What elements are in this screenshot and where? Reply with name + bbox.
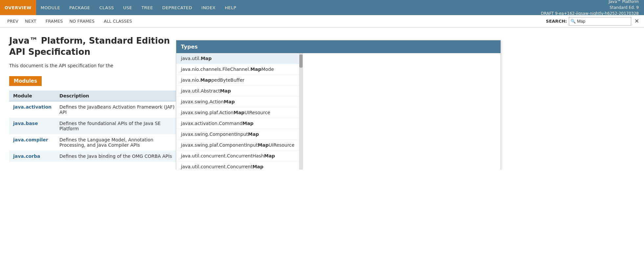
module-link[interactable]: java.corba (13, 154, 40, 159)
module-description: Defines the JavaBeans Activation Framewo… (55, 101, 180, 118)
nav-module[interactable]: MODULE (36, 0, 65, 15)
top-navigation: OVERVIEW MODULE PACKAGE CLASS USE TREE D… (0, 0, 644, 15)
main-content: Java™ Platform, Standard EditionAPI Spec… (0, 28, 644, 170)
search-label: SEARCH: (546, 19, 567, 24)
autocomplete-match: Map (220, 88, 231, 94)
autocomplete-item[interactable]: java.nio.channels.FileChannel.MapMode (176, 64, 299, 75)
autocomplete-suffix: Mode (261, 67, 274, 72)
autocomplete-prefix: java.util.Abstract (181, 88, 220, 94)
page-description: This document is the API specification f… (9, 63, 180, 68)
autocomplete-header: Types (176, 40, 501, 53)
next-link[interactable]: NEXT (22, 19, 40, 24)
module-link[interactable]: java.compiler (13, 137, 48, 142)
modules-table: Module Description java.activationDefine… (9, 91, 180, 162)
autocomplete-match: Map (201, 56, 211, 61)
autocomplete-item[interactable]: java.util.concurrent.ConcurrentHashMap (176, 151, 299, 161)
autocomplete-item[interactable]: java.util.concurrent.ConcurrentMap (176, 161, 299, 170)
scrollbar-track[interactable] (299, 53, 303, 170)
nav-deprecated[interactable]: DEPRECATED (158, 0, 197, 15)
autocomplete-item[interactable]: javax.swing.ComponentInputMap (176, 129, 299, 140)
page-title: Java™ Platform, Standard EditionAPI Spec… (9, 35, 180, 58)
modules-heading: Modules (9, 76, 42, 86)
prev-link[interactable]: PREV (4, 19, 22, 24)
table-row: java.baseDefines the foundational APIs o… (9, 118, 180, 134)
nav-class[interactable]: CLASS (95, 0, 119, 15)
autocomplete-suffix: UIResource (245, 110, 270, 115)
version-info-area: Java™ Platform Standard Ed. 9 DRAFT 9-ea… (541, 0, 644, 15)
table-row: java.corbaDefines the Java binding of th… (9, 151, 180, 162)
col-description: Description (55, 91, 180, 101)
search-input[interactable] (577, 19, 630, 24)
autocomplete-match: Map (250, 67, 261, 72)
autocomplete-match: Map (233, 110, 244, 115)
nav-tree[interactable]: TREE (137, 0, 158, 15)
nav-index[interactable]: INDEX (197, 0, 220, 15)
scrollbar-thumb[interactable] (299, 54, 303, 68)
autocomplete-item[interactable]: javax.swing.ActionMap (176, 96, 299, 107)
autocomplete-match: Map (248, 132, 259, 137)
table-header-row: Module Description (9, 91, 180, 101)
table-row: java.activationDefines the JavaBeans Act… (9, 101, 180, 118)
secondary-navigation: PREV NEXT FRAMES NO FRAMES ALL CLASSES S… (0, 15, 644, 28)
module-link[interactable]: java.activation (13, 104, 52, 110)
autocomplete-match: Map (200, 77, 211, 83)
autocomplete-prefix: java.util.concurrent.ConcurrentHash (181, 153, 264, 158)
autocomplete-match: Map (258, 142, 268, 148)
search-clear-button[interactable]: ✕ (633, 18, 640, 24)
table-row: java.compilerDefines the Language Model,… (9, 134, 180, 151)
autocomplete-prefix: javax.swing.plaf.ComponentInput (181, 142, 258, 148)
search-wrapper: 🔍 (569, 17, 631, 26)
autocomplete-item[interactable]: java.util.AbstractMap (176, 86, 299, 96)
nav-use[interactable]: USE (118, 0, 137, 15)
autocomplete-prefix: javax.swing.ComponentInput (181, 132, 248, 137)
autocomplete-item[interactable]: javax.swing.plaf.ComponentInputMapUIReso… (176, 140, 299, 151)
autocomplete-item[interactable]: java.util.Map (176, 53, 299, 64)
autocomplete-item[interactable]: java.nio.MappedByteBuffer (176, 75, 299, 86)
frames-link[interactable]: FRAMES (42, 19, 66, 24)
autocomplete-item[interactable]: javax.swing.plaf.ActionMapUIResource (176, 107, 299, 118)
nav-package[interactable]: PACKAGE (65, 0, 95, 15)
autocomplete-prefix: java.nio.channels.FileChannel. (181, 67, 250, 72)
col-module: Module (9, 91, 55, 101)
nav-overview[interactable]: OVERVIEW (0, 0, 36, 15)
autocomplete-match: Map (243, 121, 253, 126)
module-description: Defines the Java binding of the OMG CORB… (55, 151, 180, 162)
module-description: Defines the Language Model, Annotation P… (55, 134, 180, 151)
all-classes-link[interactable]: ALL CLASSES (100, 19, 135, 24)
module-link[interactable]: java.base (13, 121, 38, 126)
autocomplete-item[interactable]: javax.activation.CommandMap (176, 118, 299, 129)
autocomplete-dropdown: Types java.util.Mapjava.nio.channels.Fil… (176, 40, 501, 170)
autocomplete-suffix: pedByteBuffer (211, 77, 245, 83)
autocomplete-match: Map (264, 153, 275, 158)
nav-help[interactable]: HELP (220, 0, 241, 15)
search-area: SEARCH: 🔍 ✕ (546, 17, 640, 26)
autocomplete-prefix: java.util.concurrent.Concurrent (181, 164, 252, 169)
autocomplete-match: Map (252, 164, 263, 169)
search-icon: 🔍 (570, 19, 576, 24)
autocomplete-prefix: javax.swing.Action (181, 99, 224, 104)
no-frames-link[interactable]: NO FRAMES (66, 19, 98, 24)
autocomplete-prefix: javax.swing.plaf.Action (181, 110, 233, 115)
module-description: Defines the foundational APIs of the Jav… (55, 118, 180, 134)
autocomplete-prefix: java.nio. (181, 77, 200, 83)
autocomplete-list: java.util.Mapjava.nio.channels.FileChann… (176, 53, 299, 170)
version-text: Java™ Platform Standard Ed. 9 DRAFT 9-ea… (541, 0, 639, 16)
autocomplete-suffix: UIResource (269, 142, 295, 148)
autocomplete-match: Map (224, 99, 235, 104)
autocomplete-wrapper: java.util.Mapjava.nio.channels.FileChann… (176, 53, 501, 170)
autocomplete-prefix: java.util. (181, 56, 201, 61)
autocomplete-prefix: javax.activation.Command (181, 121, 243, 126)
